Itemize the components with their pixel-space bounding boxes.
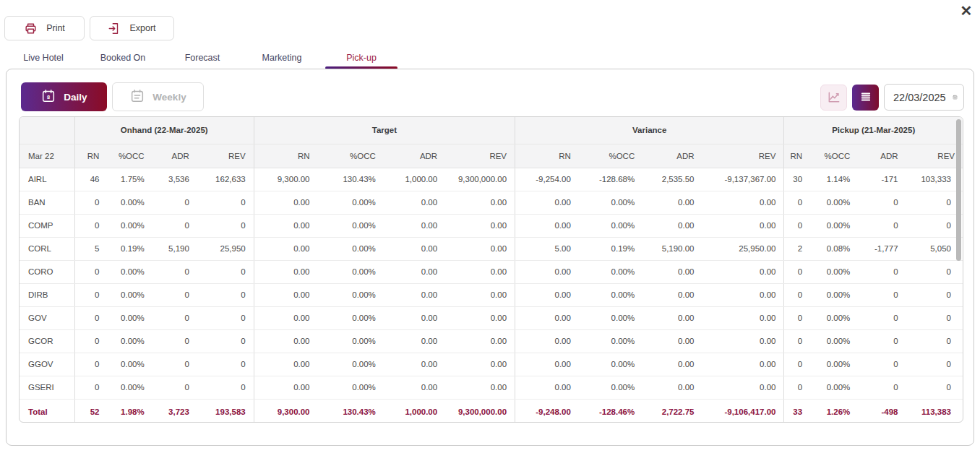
table-cell: 0.00 (515, 376, 579, 399)
table-cell: -171 (858, 168, 906, 191)
column-header: REV (906, 144, 963, 168)
table-cell: 0.00 (445, 260, 515, 283)
table-cell: 0.00% (107, 191, 152, 214)
table-cell: 25,950 (197, 237, 254, 260)
column-header-row: Mar 22 RN%OCCADRREVRN%OCCADRREVRN%OCCADR… (20, 144, 963, 168)
table-view-button[interactable] (852, 85, 879, 111)
table-cell: 0 (906, 353, 963, 376)
table-cell: 0.00 (515, 306, 579, 329)
row-label: Total (20, 399, 74, 423)
table-cell: 0 (784, 376, 810, 399)
vertical-scrollbar[interactable] (956, 119, 961, 261)
table-cell: 0.00% (318, 376, 384, 399)
table-cell: 0 (152, 191, 197, 214)
calendar-icon (953, 91, 958, 103)
table-cell: 0 (152, 353, 197, 376)
row-label: DIRB (20, 283, 74, 306)
table-cell: 0.00% (579, 329, 642, 353)
table-cell: 0 (74, 329, 107, 353)
chart-view-button[interactable] (820, 85, 847, 111)
table-cell: 5,190 (152, 237, 197, 260)
table-cell: 5,190.00 (642, 237, 702, 260)
table-row: CORL50.19%5,19025,9500.000.00%0.000.005.… (20, 237, 963, 260)
export-label: Export (129, 23, 155, 33)
tab-pickup[interactable]: Pick-up (322, 46, 401, 69)
svg-text:8: 8 (47, 93, 50, 100)
table-cell: 113,383 (906, 399, 963, 423)
table-cell: 130.43% (318, 168, 384, 191)
table-row: GSERI00.00%000.000.00%0.000.000.000.00%0… (20, 376, 963, 399)
table-cell: 0.00 (702, 191, 784, 214)
export-button[interactable]: Export (90, 16, 174, 40)
table-cell: 0.00 (642, 214, 702, 237)
table-cell: 0 (152, 214, 197, 237)
column-header: %OCC (107, 144, 152, 168)
table-cell: 0 (74, 283, 107, 306)
table-cell: 52 (74, 399, 107, 423)
table-cell: -9,248.00 (515, 399, 579, 423)
row-label: CORO (20, 260, 74, 283)
weekly-toggle-button[interactable]: Weekly (112, 82, 204, 111)
close-icon[interactable]: ✕ (957, 1, 976, 20)
table-cell: 0.00 (445, 376, 515, 399)
table-cell: 0.00% (810, 260, 858, 283)
daily-toggle-button[interactable]: 8 Daily (21, 82, 107, 111)
column-header: ADR (384, 144, 445, 168)
table-cell: 0 (858, 306, 906, 329)
table-cell: 0.00 (384, 237, 445, 260)
tab-marketing[interactable]: Marketing (242, 46, 322, 69)
table-cell: 0.00 (445, 353, 515, 376)
table-cell: -1,777 (858, 237, 906, 260)
row-label: GCOR (20, 329, 74, 353)
table-cell: 0.00 (254, 191, 317, 214)
table-cell: 0.00% (579, 214, 642, 237)
table-cell: 0 (197, 376, 254, 399)
table-cell: 0.00% (318, 283, 384, 306)
table-cell: 0 (74, 260, 107, 283)
table-cell: 0 (858, 260, 906, 283)
table-cell: 0 (784, 214, 810, 237)
table-cell: 0.00 (642, 191, 702, 214)
table-cell: 0.00% (579, 283, 642, 306)
table-cell: 162,633 (197, 168, 254, 191)
table-cell: 0 (906, 283, 963, 306)
table-cell: 1.26% (810, 399, 858, 423)
table-cell: 2,722.75 (642, 399, 702, 423)
date-input[interactable] (893, 92, 953, 103)
table-cell: 0 (906, 306, 963, 329)
tab-live-hotel[interactable]: Live Hotel (4, 46, 83, 69)
table-cell: 0 (74, 306, 107, 329)
table-cell: 0.00 (384, 329, 445, 353)
table-cell: 0.00 (254, 237, 317, 260)
table-cell: 0.00 (445, 306, 515, 329)
tab-booked-on[interactable]: Booked On (83, 46, 163, 69)
pickup-data-table: Onhand (22-Mar-2025) Target Variance Pic… (20, 117, 963, 423)
table-cell: 0.00 (642, 329, 702, 353)
table-cell: 0 (906, 260, 963, 283)
table-cell: 1,000.00 (384, 168, 445, 191)
print-button[interactable]: Print (4, 16, 85, 40)
table-cell: 33 (784, 399, 810, 423)
table-cell: 25,950.00 (702, 237, 784, 260)
group-header-variance: Variance (515, 117, 784, 144)
tab-forecast[interactable]: Forecast (163, 46, 242, 69)
print-label: Print (46, 23, 65, 33)
table-cell: 103,333 (906, 168, 963, 191)
table-cell: 0.00 (702, 283, 784, 306)
table-cell: 0.00% (318, 260, 384, 283)
table-cell: 0.00 (515, 353, 579, 376)
total-row: Total521.98%3,723193,5839,300.00130.43%1… (20, 399, 963, 423)
table-cell: 0.00% (318, 353, 384, 376)
weekly-calendar-icon (129, 88, 145, 106)
corner-cell (20, 117, 74, 144)
pickup-panel: 8 Daily Weekly (6, 69, 974, 446)
table-cell: 0.00% (107, 260, 152, 283)
table-cell: 0 (858, 191, 906, 214)
table-cell: 0 (906, 191, 963, 214)
table-row: GOV00.00%000.000.00%0.000.000.000.00%0.0… (20, 306, 963, 329)
table-cell: 0.00% (318, 329, 384, 353)
group-header-target: Target (254, 117, 515, 144)
table-cell: 0.00 (702, 329, 784, 353)
table-cell: -9,254.00 (515, 168, 579, 191)
table-cell: 9,300.00 (254, 168, 317, 191)
